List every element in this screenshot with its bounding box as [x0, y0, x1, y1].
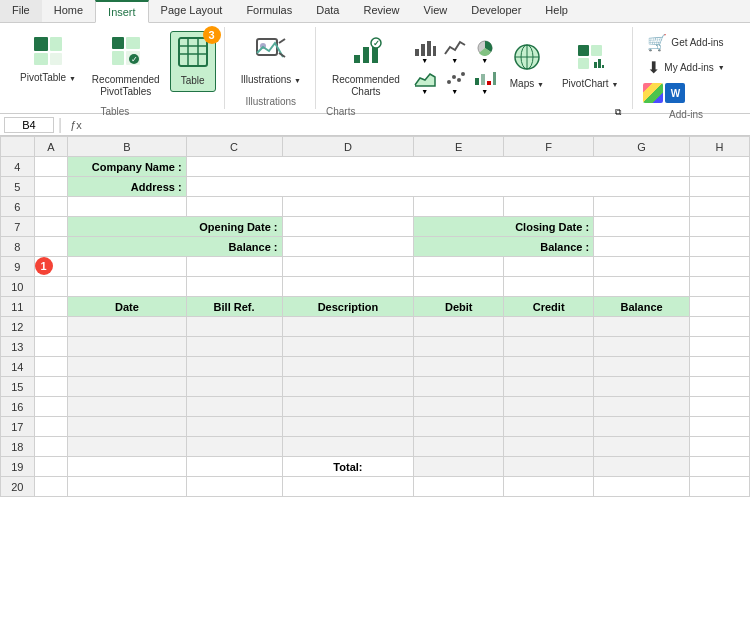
cell-a20[interactable]	[34, 477, 68, 497]
cell-e19[interactable]	[414, 457, 504, 477]
cell-g15[interactable]	[594, 377, 690, 397]
cell-a7[interactable]	[34, 217, 68, 237]
cell-c6[interactable]	[186, 197, 282, 217]
column-chart-button[interactable]: ▼	[412, 37, 438, 66]
my-addins-button[interactable]: ⬇ My Add-ins ▼	[643, 56, 728, 79]
cell-g10[interactable]	[594, 277, 690, 297]
cell-d15[interactable]	[282, 377, 414, 397]
tab-formulas[interactable]: Formulas	[234, 0, 304, 22]
cell-c14[interactable]	[186, 357, 282, 377]
area-chart-button[interactable]: ▼	[412, 68, 438, 97]
cell-g12[interactable]	[594, 317, 690, 337]
cell-e14[interactable]	[414, 357, 504, 377]
cell-h13[interactable]	[690, 337, 750, 357]
cell-a5[interactable]	[34, 177, 68, 197]
cell-c9[interactable]	[186, 257, 282, 277]
cell-b5[interactable]: Address :	[68, 177, 186, 197]
cell-h20[interactable]	[690, 477, 750, 497]
cell-a18[interactable]	[34, 437, 68, 457]
cell-e7[interactable]: Closing Date :	[414, 217, 594, 237]
cell-f6[interactable]	[504, 197, 594, 217]
tab-home[interactable]: Home	[42, 0, 95, 22]
cell-h11[interactable]	[690, 297, 750, 317]
tab-page-layout[interactable]: Page Layout	[149, 0, 235, 22]
cell-g9[interactable]	[594, 257, 690, 277]
cell-e8[interactable]: Balance :	[414, 237, 594, 257]
col-header-d[interactable]: D	[282, 137, 414, 157]
cell-f10[interactable]	[504, 277, 594, 297]
cell-f11[interactable]: Credit	[504, 297, 594, 317]
cell-h9[interactable]	[690, 257, 750, 277]
cell-c11[interactable]: Bill Ref.	[186, 297, 282, 317]
cell-e17[interactable]	[414, 417, 504, 437]
cell-d8[interactable]	[282, 237, 414, 257]
cell-g7[interactable]	[594, 217, 690, 237]
cell-c10[interactable]	[186, 277, 282, 297]
cell-c4[interactable]	[186, 157, 689, 177]
cell-b14[interactable]	[68, 357, 186, 377]
cell-d11[interactable]: Description	[282, 297, 414, 317]
pivot-table-button[interactable]: PivotTable ▼	[14, 31, 82, 88]
cell-a9[interactable]: 1	[34, 257, 68, 277]
col-header-a[interactable]: A	[34, 137, 68, 157]
cell-a6[interactable]	[34, 197, 68, 217]
col-header-c[interactable]: C	[186, 137, 282, 157]
cell-h12[interactable]	[690, 317, 750, 337]
cell-d19[interactable]: Total:	[282, 457, 414, 477]
cell-a12[interactable]	[34, 317, 68, 337]
cell-h7[interactable]	[690, 217, 750, 237]
cell-d12[interactable]	[282, 317, 414, 337]
cell-c19[interactable]	[186, 457, 282, 477]
cell-d9[interactable]	[282, 257, 414, 277]
pivot-chart-button[interactable]: PivotChart ▼	[556, 39, 624, 94]
cell-h15[interactable]	[690, 377, 750, 397]
cell-a11[interactable]	[34, 297, 68, 317]
cell-b9[interactable]	[68, 257, 186, 277]
cell-h6[interactable]	[690, 197, 750, 217]
cell-g17[interactable]	[594, 417, 690, 437]
cell-c15[interactable]	[186, 377, 282, 397]
cell-b15[interactable]	[68, 377, 186, 397]
col-header-h[interactable]: H	[690, 137, 750, 157]
formula-input[interactable]	[90, 119, 746, 131]
cell-b17[interactable]	[68, 417, 186, 437]
cell-e10[interactable]	[414, 277, 504, 297]
cell-f9[interactable]	[504, 257, 594, 277]
cell-b16[interactable]	[68, 397, 186, 417]
cell-f16[interactable]	[504, 397, 594, 417]
cell-f13[interactable]	[504, 337, 594, 357]
cell-e11[interactable]: Debit	[414, 297, 504, 317]
cell-h16[interactable]	[690, 397, 750, 417]
cell-d7[interactable]	[282, 217, 414, 237]
cell-g14[interactable]	[594, 357, 690, 377]
cell-g13[interactable]	[594, 337, 690, 357]
cell-c18[interactable]	[186, 437, 282, 457]
cell-h10[interactable]	[690, 277, 750, 297]
cell-g6[interactable]	[594, 197, 690, 217]
cell-d18[interactable]	[282, 437, 414, 457]
cell-h18[interactable]	[690, 437, 750, 457]
cell-b6[interactable]	[68, 197, 186, 217]
cell-a15[interactable]	[34, 377, 68, 397]
cell-c16[interactable]	[186, 397, 282, 417]
tab-help[interactable]: Help	[533, 0, 580, 22]
cell-a8[interactable]	[34, 237, 68, 257]
cell-e18[interactable]	[414, 437, 504, 457]
cell-b8[interactable]: Balance :	[68, 237, 282, 257]
cell-f18[interactable]	[504, 437, 594, 457]
tab-insert[interactable]: Insert	[95, 0, 149, 23]
cell-d16[interactable]	[282, 397, 414, 417]
recommended-pivot-button[interactable]: ✓ RecommendedPivotTables	[86, 31, 166, 102]
cell-g19[interactable]	[594, 457, 690, 477]
pie-chart-button[interactable]: ▼	[472, 37, 498, 66]
cell-d17[interactable]	[282, 417, 414, 437]
cell-d10[interactable]	[282, 277, 414, 297]
cell-b13[interactable]	[68, 337, 186, 357]
tab-review[interactable]: Review	[351, 0, 411, 22]
tab-developer[interactable]: Developer	[459, 0, 533, 22]
cell-h19[interactable]	[690, 457, 750, 477]
cell-h8[interactable]	[690, 237, 750, 257]
cell-b18[interactable]	[68, 437, 186, 457]
cell-c13[interactable]	[186, 337, 282, 357]
cell-b10[interactable]	[68, 277, 186, 297]
